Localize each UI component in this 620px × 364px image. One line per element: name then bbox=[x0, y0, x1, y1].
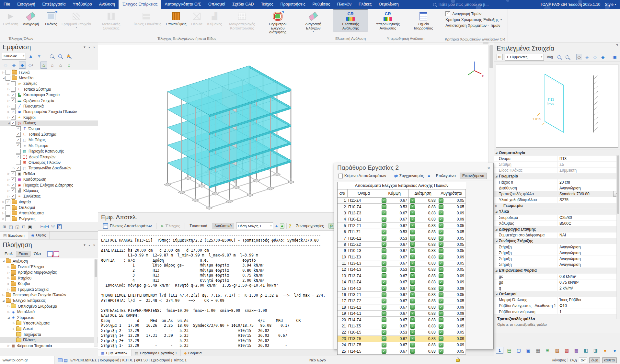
solid-green-icon[interactable]: ⌂ bbox=[65, 62, 73, 69]
table-row[interactable]: 19 Π14-Σ1 ✓0.67 ✓0.83 ✓0.09 bbox=[338, 311, 466, 317]
list-icon[interactable]: ▤ bbox=[64, 358, 68, 363]
property-row[interactable]: Όνομα Π13 ▼ bbox=[494, 156, 620, 162]
visibility-checkbox[interactable]: ✓ bbox=[11, 109, 16, 114]
analytic-button[interactable]: Αναλυτικά bbox=[212, 223, 234, 229]
view-solid-icon[interactable]: ◆ bbox=[19, 62, 26, 69]
property-row[interactable]: Μορφή Όπλισης Ίσιες Ράβδοι ▼ bbox=[494, 297, 620, 303]
view-hidden-icon[interactable]: ◈ bbox=[10, 62, 17, 69]
view-shaded-icon[interactable]: ◈ bbox=[584, 54, 590, 60]
property-row[interactable]: Διεύθυνση Αναγνώριση ▼ bbox=[494, 185, 620, 191]
table-row[interactable]: 16 Π13-Σ1 ✓0.67 ✓0.83 ✓0.05 bbox=[338, 292, 466, 298]
expander-icon[interactable]: ▷ bbox=[12, 167, 16, 170]
tree-item[interactable]: ▷ Κόμβοι bbox=[0, 281, 98, 287]
visibility-checkbox[interactable]: ✓ bbox=[11, 121, 16, 126]
tree-item[interactable]: ◢ ✓ ◎ Πλάκες bbox=[0, 120, 98, 126]
toggle-ortho[interactable]: κάθετα bbox=[602, 357, 617, 363]
table-row[interactable]: 23 Π13-Σ5 ✓0.67 ✓0.83 ✓0.09 bbox=[338, 336, 466, 342]
view-wire-icon[interactable]: ◇ bbox=[576, 54, 582, 60]
table-row[interactable]: 1 Π11-Σ4 ✓0.67 ✓0.83 ✓0.05 bbox=[338, 198, 466, 204]
solid-gray-icon[interactable]: ⌂ bbox=[57, 62, 64, 69]
property-row[interactable]: ◢ Υλικά ▼ bbox=[494, 209, 620, 215]
panel-tab[interactable]: ◉ Όψεις bbox=[28, 232, 50, 239]
sphere-blue-icon[interactable]: ● bbox=[275, 224, 278, 228]
tree-item[interactable]: ▷ ✓ ▦ Κοιτόστρωση bbox=[0, 176, 98, 182]
property-row[interactable]: ◢ Συνθήκες Στήριξης ▼ bbox=[494, 238, 620, 244]
ribbon-button[interactable]: Διαγραφή Ελέγχων ▾ bbox=[296, 9, 331, 34]
tree-item[interactable]: ▷ Κριτήρια Μορφολογίας bbox=[0, 270, 98, 275]
tree-item[interactable]: ✓ T Όνομα bbox=[0, 126, 98, 131]
expander-icon[interactable]: ▷ bbox=[6, 116, 11, 119]
expander-icon[interactable]: ▷ bbox=[1, 71, 6, 74]
table-row[interactable]: 24 Π12-Σ5 ✓0.67 ✓0.83 ✓0.09 bbox=[338, 342, 466, 348]
expander-icon[interactable]: ▷ bbox=[6, 277, 11, 279]
tree-item[interactable]: ▷ ✓ Γενικά bbox=[0, 70, 98, 75]
property-row[interactable]: Στήριξη Αναγνώριση ▼ bbox=[494, 262, 620, 268]
table-row[interactable]: 9 Π10-Σ3 ✓0.67 ✓0.83 ✓0.05 bbox=[338, 248, 466, 254]
tree-item[interactable]: ◢ Έλεγχοι Επάρκειας bbox=[0, 298, 98, 303]
chevron-down-icon[interactable]: ▾ bbox=[84, 45, 86, 49]
tree-item[interactable]: ▷ Υποστυλώματα bbox=[0, 320, 98, 326]
tree-item[interactable]: ▷ ✓ ▙ Κατακόρυφα Στοιχεία bbox=[0, 92, 98, 98]
sync-button[interactable]: ⇄ Συγχρονισμός bbox=[392, 173, 426, 179]
table-row[interactable]: 25 Π14-Σ5 ✓0.67 ✓0.83 ✓0.05 bbox=[338, 348, 466, 354]
zoom-extents-icon[interactable] bbox=[556, 53, 562, 61]
visibility-checkbox[interactable]: ✓ bbox=[11, 188, 16, 193]
tree-item[interactable]: ▷ ✓ ▬ Οριζόντια Στοιχεία bbox=[0, 98, 98, 103]
zoom-window-icon[interactable] bbox=[48, 52, 55, 60]
expander-icon[interactable]: ◢ bbox=[1, 77, 6, 80]
menu-item[interactable]: File bbox=[0, 0, 14, 9]
color-mapping-button[interactable]: Αντιστοίχιση Χρωμάτων - Τιμών bbox=[445, 23, 504, 28]
copy-icon[interactable]: ▣ bbox=[612, 53, 618, 61]
tree-item[interactable]: ▷ Γραμμικά Στοιχεία bbox=[0, 287, 98, 292]
menu-item[interactable]: Τεύχος bbox=[258, 0, 277, 9]
new-page-icon[interactable]: ▢ bbox=[515, 347, 522, 354]
menu-item[interactable]: Θεμελίωση bbox=[375, 0, 402, 9]
tree-item[interactable]: ▷ ▦ Φέρουσα Τοιχοποιία bbox=[0, 343, 98, 348]
table-row[interactable]: 8 Π11-Σ2 ✓0.67 ✓0.83 ✓0.05 bbox=[338, 242, 466, 248]
tree-item[interactable]: ▷ ✓ Φορτία bbox=[0, 199, 98, 205]
property-row[interactable]: Πάχος h 20 cm ▼ bbox=[494, 179, 620, 185]
text-results-button[interactable]: Κείμενο Αποτελεσμάτων bbox=[336, 173, 389, 179]
layers-icon[interactable]: ▤ bbox=[506, 347, 513, 354]
close-icon[interactable]: × bbox=[93, 243, 95, 247]
visibility-checkbox[interactable]: ✓ bbox=[16, 132, 21, 137]
work-window-2-icon[interactable]: 2 bbox=[53, 251, 59, 257]
color-criteria-dropdown[interactable]: Κριτήρια Χρωματικής Ένδειξης▾ bbox=[445, 17, 504, 22]
tree-item[interactable]: Πλάκες bbox=[0, 337, 98, 343]
select-add-icon[interactable]: ⊞ bbox=[3, 224, 6, 229]
table-row[interactable]: 20 Π14-Σ4 ✓0.67 ✓0.83 ✓0.05 bbox=[338, 317, 466, 323]
expander-icon[interactable]: ▷ bbox=[1, 206, 6, 209]
property-row[interactable]: Στήριξη Αναγνώριση ▼ bbox=[494, 256, 620, 262]
ribbon-button[interactable]: Εκτέλεση ▾ bbox=[1, 9, 20, 30]
sphere-icon[interactable]: ● bbox=[602, 347, 609, 354]
menu-item[interactable]: Επεξεργασία bbox=[39, 0, 69, 9]
tree-item[interactable]: ◢ ✓ Μοντέλο bbox=[0, 75, 98, 81]
table-row[interactable]: 12 Π14-Σ3 ✓0.53 ✓0.83 ✓0.05 bbox=[338, 267, 466, 273]
tree-item[interactable]: ▷ Πεπερασμένα Στοιχεία Πλακών bbox=[0, 292, 98, 298]
horizontal-scrollbar[interactable] bbox=[98, 42, 494, 45]
grid-icon[interactable]: ⊞ bbox=[544, 347, 551, 354]
ribbon-button[interactable]: Περίμετροι Ελέγχου Διάτρησης ▾ bbox=[260, 9, 295, 38]
table-row[interactable]: 15 Π14-Σ2 ✓0.67 ✓0.83 ✓0.09 bbox=[338, 285, 466, 291]
visibility-checkbox[interactable]: ✓ bbox=[11, 98, 16, 103]
expander-icon[interactable]: ▷ bbox=[6, 344, 11, 347]
table-row[interactable]: 3 Π12-Σ3 ✓0.67 ✓0.83 ✓0.09 bbox=[338, 210, 466, 216]
property-row[interactable]: ◢ Διάφραγμα Στάθμης ▼ bbox=[494, 226, 620, 232]
visibility-checkbox[interactable]: ✓ bbox=[6, 211, 10, 216]
property-row[interactable]: ▷ Γεωμετρία ▼ bbox=[494, 203, 620, 209]
menu-item[interactable]: Ρυθμίσεις bbox=[309, 0, 333, 9]
view-wireframe-icon[interactable]: ◇ bbox=[2, 62, 9, 69]
selection-type-select[interactable]: 1 Σύμμεικτες▾ bbox=[505, 54, 544, 61]
menu-item[interactable]: Λειτουργικότητα Ο/Σ bbox=[161, 0, 205, 9]
property-row[interactable]: ◢ Οπλισμοί ▼ bbox=[494, 291, 620, 297]
frame-view-icon[interactable]: ⌂ bbox=[40, 62, 47, 69]
tab-selected[interactable]: Επιλ bbox=[2, 251, 15, 257]
table-row[interactable]: 7 Π10-Σ2 ✓0.53 ✓0.83 ✓0.05 bbox=[338, 235, 466, 241]
ribbon-button[interactable]: Διαγραφή ▾ bbox=[21, 9, 41, 30]
view-transparent-icon[interactable]: ◇▾ bbox=[27, 62, 34, 69]
menu-item[interactable]: Εισαγωγή bbox=[14, 0, 39, 9]
pin-icon[interactable]: ▪ bbox=[89, 243, 90, 247]
tree-item[interactable]: ▷ ✓ ▟ Κλίμακες bbox=[0, 188, 98, 193]
zoom-window-icon[interactable] bbox=[564, 53, 570, 61]
property-row[interactable]: Είδος Πλάκας Σύμμεικτη ▼ bbox=[494, 168, 620, 174]
